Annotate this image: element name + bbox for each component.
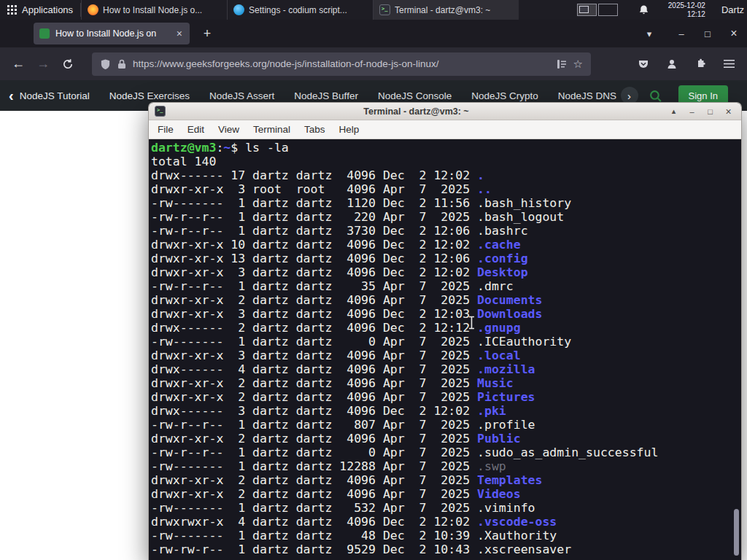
terminal-menu-item[interactable]: Tabs xyxy=(304,124,325,135)
applications-menu-button[interactable]: Applications xyxy=(0,0,80,20)
terminal-window-title: Terminal - dartz@vm3: ~ xyxy=(170,106,662,117)
window-icon xyxy=(379,4,390,15)
workspace-2[interactable] xyxy=(598,4,618,16)
terminal-menu-item[interactable]: File xyxy=(158,124,174,135)
file-name[interactable]: .bash_logout xyxy=(477,210,564,224)
list-tabs-button[interactable]: ▾ xyxy=(636,28,662,39)
notifications-button[interactable] xyxy=(638,0,649,20)
file-name[interactable]: . xyxy=(477,168,484,182)
file-name[interactable]: Downloads xyxy=(477,307,542,321)
back-button[interactable]: ← xyxy=(6,52,31,76)
terminal-menu-item[interactable]: Help xyxy=(339,124,360,135)
typed-command: ls -la xyxy=(245,141,289,155)
panel-user-menu[interactable]: Dartz xyxy=(721,0,747,20)
browser-tab-bar: How to Install Node.js on × + ▾ – □ × xyxy=(0,20,747,47)
browser-toolbar: ← → https://www.geeksforgeeks.org/node-j… xyxy=(0,47,747,80)
taskbar-window-button[interactable]: Terminal - dartz@vm3: ~ xyxy=(373,0,519,20)
panel-clock[interactable]: 2025-12-02 12:12 xyxy=(668,0,705,20)
file-name[interactable]: .sudo_as_admin_successful xyxy=(477,446,658,459)
file-name[interactable]: .bash_history xyxy=(477,196,571,210)
gfg-nav-link[interactable]: NodeJS Tutorial xyxy=(20,90,90,101)
account-button[interactable] xyxy=(659,52,684,76)
gfg-nav-link[interactable]: NodeJS Crypto xyxy=(471,90,538,101)
account-icon xyxy=(666,58,678,70)
file-name[interactable]: .bashrc xyxy=(477,224,528,238)
gfg-nav-link[interactable]: NodeJS DNS xyxy=(558,90,616,101)
new-tab-button[interactable]: + xyxy=(197,26,217,42)
file-name[interactable]: .gnupg xyxy=(477,321,521,335)
taskbar-window-button[interactable]: Settings - codium script... xyxy=(227,0,373,20)
file-name[interactable]: Desktop xyxy=(477,265,528,279)
file-row: drwxr-xr-x 13 dartz dartz 4096 Dec 2 12:… xyxy=(151,252,741,265)
terminal-scrollbar[interactable] xyxy=(734,509,739,556)
terminal-menu-item[interactable]: Terminal xyxy=(253,124,290,135)
pocket-button[interactable] xyxy=(631,52,656,76)
maximize-button[interactable]: □ xyxy=(694,28,721,39)
terminal-maximize-button[interactable]: □ xyxy=(703,107,717,116)
shade-button[interactable]: ▴ xyxy=(667,106,681,116)
file-row: drwxr-xr-x 3 dartz dartz 4096 Dec 2 12:0… xyxy=(151,307,741,321)
file-name[interactable]: .swp xyxy=(477,459,506,473)
window-title: Settings - codium script... xyxy=(249,5,347,15)
close-button[interactable]: × xyxy=(721,27,747,40)
bookmark-star-icon[interactable]: ☆ xyxy=(573,58,583,71)
file-name[interactable]: Music xyxy=(477,376,514,390)
gfg-nav-link[interactable]: NodeJS Assert xyxy=(209,90,274,101)
file-name[interactable]: .mozilla xyxy=(477,362,535,376)
toolbar-right-icons xyxy=(631,52,741,76)
browser-tab[interactable]: How to Install Node.js on × xyxy=(34,23,190,44)
gfg-nav-link[interactable]: NodeJS Console xyxy=(378,90,452,101)
file-row: -rw------- 1 dartz dartz 1120 Dec 2 11:5… xyxy=(151,196,741,210)
file-name[interactable]: .dmrc xyxy=(477,279,514,293)
workspace-1[interactable] xyxy=(577,4,597,16)
file-meta: drwxr-xr-x 2 dartz dartz 4096 Apr 7 2025 xyxy=(151,473,477,487)
file-name[interactable]: .vscode-oss xyxy=(477,515,557,529)
gfg-nav-link[interactable]: NodeJS Exercises xyxy=(109,90,190,101)
file-name[interactable]: .xscreensaver xyxy=(477,542,571,556)
file-name[interactable]: .viminfo xyxy=(477,501,535,515)
file-name[interactable]: Templates xyxy=(477,473,542,487)
file-name[interactable]: .pki xyxy=(477,404,506,418)
file-meta: drwxr-xr-x 2 dartz dartz 4096 Apr 7 2025 xyxy=(151,487,477,501)
nav-scroll-left-icon[interactable]: ‹ xyxy=(9,88,14,104)
shield-icon[interactable] xyxy=(100,58,111,70)
extensions-button[interactable] xyxy=(688,52,713,76)
file-name[interactable]: .ICEauthority xyxy=(477,335,571,349)
file-row: drwx------ 3 dartz dartz 4096 Dec 2 12:0… xyxy=(151,404,741,418)
file-meta: drwx------ 17 dartz dartz 4096 Dec 2 12:… xyxy=(151,168,477,182)
file-name[interactable]: .config xyxy=(477,252,528,265)
terminal-minimize-button[interactable]: – xyxy=(685,107,699,116)
file-name[interactable]: Videos xyxy=(477,487,521,501)
file-name[interactable]: .profile xyxy=(477,418,535,432)
file-row: -rw------- 1 dartz dartz 12288 Apr 7 202… xyxy=(151,459,741,473)
file-name[interactable]: Documents xyxy=(477,293,542,307)
taskbar-window-button[interactable]: How to Install Node.js o... xyxy=(81,0,227,20)
file-name[interactable]: Public xyxy=(477,432,521,446)
file-name[interactable]: .Xauthority xyxy=(477,529,557,542)
terminal-screen[interactable]: dartz@vm3:~$ ls -la total 140 drwx------… xyxy=(149,139,741,560)
file-name[interactable]: .cache xyxy=(477,238,521,252)
workspace-switcher[interactable] xyxy=(577,0,618,20)
url-bar[interactable]: https://www.geeksforgeeks.org/node-js/in… xyxy=(92,52,591,76)
tab-close-button[interactable]: × xyxy=(175,28,184,39)
terminal-menu-item[interactable]: View xyxy=(218,124,239,135)
file-name[interactable]: .. xyxy=(477,182,492,196)
tab-title: How to Install Node.js on xyxy=(55,28,169,39)
workspace-window-thumb xyxy=(579,6,589,13)
terminal-title-bar[interactable]: Terminal - dartz@vm3: ~ ▴ – □ × xyxy=(149,103,741,120)
terminal-menu-item[interactable]: Edit xyxy=(187,124,204,135)
minimize-button[interactable]: – xyxy=(668,28,694,39)
forward-button[interactable]: → xyxy=(31,52,55,76)
file-name[interactable]: .local xyxy=(477,349,521,362)
reload-button[interactable] xyxy=(55,52,80,76)
url-text[interactable]: https://www.geeksforgeeks.org/node-js/in… xyxy=(133,58,550,69)
terminal-close-button[interactable]: × xyxy=(721,106,735,117)
reader-mode-icon[interactable] xyxy=(557,59,567,69)
file-meta: -rw-r--r-- 1 dartz dartz 807 Apr 7 2025 xyxy=(151,418,477,432)
desktop-panel: Applications How to Install Node.js o...… xyxy=(0,0,747,20)
search-button[interactable] xyxy=(649,89,662,103)
lock-icon[interactable] xyxy=(117,59,126,69)
menu-button[interactable] xyxy=(716,52,741,76)
file-name[interactable]: Pictures xyxy=(477,390,535,404)
gfg-nav-link[interactable]: NodeJS Buffer xyxy=(294,90,358,101)
